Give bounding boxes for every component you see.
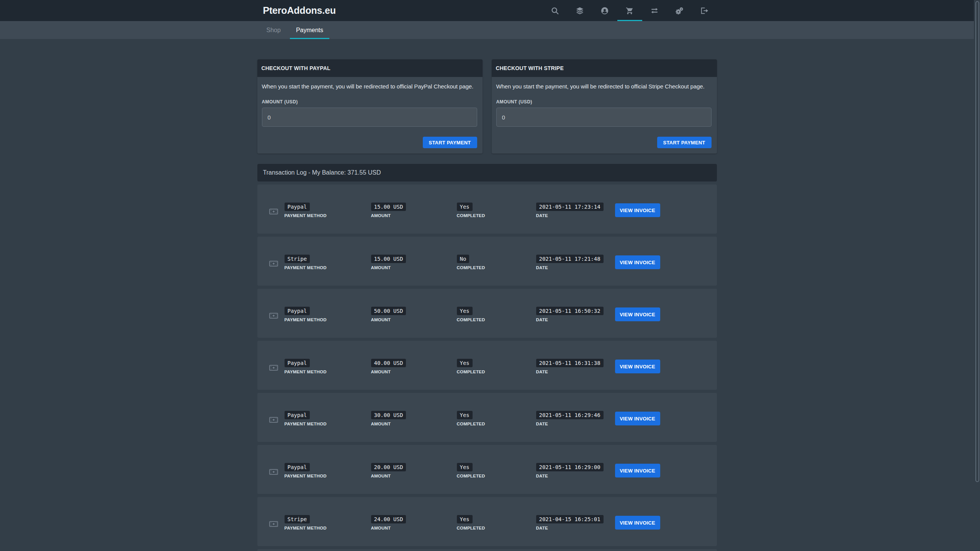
payment-method-value: Paypal bbox=[285, 307, 310, 315]
money-bill-icon bbox=[269, 257, 285, 268]
transaction-list: Paypal PAYMENT METHOD 15.00 USD AMOUNT Y… bbox=[257, 185, 717, 551]
shop-cart-button[interactable] bbox=[617, 0, 642, 21]
view-invoice-button[interactable]: VIEW INVOICE bbox=[615, 360, 660, 373]
amount-label: AMOUNT bbox=[371, 422, 457, 426]
date-value: 2021-05-11 16:31:38 bbox=[536, 359, 604, 367]
payment-method-value: Paypal bbox=[285, 359, 310, 367]
transaction-row-partial bbox=[257, 549, 717, 551]
completed-label: COMPLETED bbox=[457, 317, 536, 322]
payment-method-value: Paypal bbox=[285, 463, 310, 471]
completed-value: Yes bbox=[457, 307, 473, 315]
date-label: DATE bbox=[536, 213, 615, 218]
transaction-row: Stripe PAYMENT METHOD 15.00 USD AMOUNT N… bbox=[257, 237, 717, 286]
navbar: PteroAddons.eu bbox=[0, 0, 974, 21]
amount-label: AMOUNT bbox=[371, 370, 457, 374]
completed-label: COMPLETED bbox=[457, 526, 536, 530]
stripe-panel-title: CHECKOUT WITH STRIPE bbox=[492, 59, 717, 77]
transaction-row: Paypal PAYMENT METHOD 30.00 USD AMOUNT Y… bbox=[257, 393, 717, 442]
transaction-row: Paypal PAYMENT METHOD 40.00 USD AMOUNT Y… bbox=[257, 341, 717, 390]
amount-label: AMOUNT bbox=[371, 317, 457, 322]
date-label: DATE bbox=[536, 474, 615, 478]
stripe-checkout-panel: CHECKOUT WITH STRIPE When you start the … bbox=[492, 59, 717, 154]
search-icon bbox=[551, 7, 559, 15]
logout-button[interactable] bbox=[692, 0, 717, 21]
completed-label: COMPLETED bbox=[457, 474, 536, 478]
user-icon bbox=[600, 7, 609, 15]
completed-label: COMPLETED bbox=[457, 213, 536, 218]
transaction-row: Paypal PAYMENT METHOD 15.00 USD AMOUNT Y… bbox=[257, 185, 717, 234]
date-label: DATE bbox=[536, 370, 615, 374]
app: PteroAddons.eu bbox=[0, 0, 974, 551]
shopping-cart-icon bbox=[625, 7, 634, 15]
paypal-panel-title: CHECKOUT WITH PAYPAL bbox=[257, 59, 483, 77]
transaction-row: Stripe PAYMENT METHOD 24.00 USD AMOUNT Y… bbox=[257, 497, 717, 546]
search-button[interactable] bbox=[543, 0, 568, 21]
amount-value: 15.00 USD bbox=[371, 255, 406, 263]
payment-method-label: PAYMENT METHOD bbox=[285, 213, 371, 218]
paypal-start-payment-button[interactable]: START PAYMENT bbox=[423, 137, 477, 148]
subnav: Shop Payments bbox=[0, 21, 974, 39]
paypal-checkout-panel: CHECKOUT WITH PAYPAL When you start the … bbox=[257, 59, 483, 154]
layers-button[interactable] bbox=[568, 0, 592, 21]
exchange-icon bbox=[650, 7, 659, 15]
completed-label: COMPLETED bbox=[457, 265, 536, 270]
date-label: DATE bbox=[536, 526, 615, 530]
settings-button[interactable] bbox=[667, 0, 692, 21]
amount-label: AMOUNT bbox=[371, 526, 457, 530]
view-invoice-button[interactable]: VIEW INVOICE bbox=[615, 255, 660, 269]
gears-icon bbox=[675, 7, 684, 15]
main-content: CHECKOUT WITH PAYPAL When you start the … bbox=[257, 39, 717, 551]
amount-value: 20.00 USD bbox=[371, 463, 406, 471]
money-bill-icon bbox=[269, 413, 285, 424]
amount-value: 40.00 USD bbox=[371, 359, 406, 367]
amount-value: 30.00 USD bbox=[371, 411, 406, 419]
layers-icon bbox=[576, 7, 584, 15]
transaction-log-title: Transaction Log - My Balance: 371.55 USD bbox=[257, 164, 717, 181]
transaction-row: Paypal PAYMENT METHOD 20.00 USD AMOUNT Y… bbox=[257, 445, 717, 494]
stripe-amount-label: AMOUNT (USD) bbox=[496, 99, 712, 105]
date-label: DATE bbox=[536, 317, 615, 322]
amount-value: 15.00 USD bbox=[371, 203, 406, 211]
account-button[interactable] bbox=[592, 0, 617, 21]
amount-label: AMOUNT bbox=[371, 474, 457, 478]
scrollbar-thumb[interactable] bbox=[975, 1, 979, 482]
date-label: DATE bbox=[536, 422, 615, 426]
payment-method-label: PAYMENT METHOD bbox=[285, 317, 371, 322]
completed-label: COMPLETED bbox=[457, 422, 536, 426]
payment-method-label: PAYMENT METHOD bbox=[285, 526, 371, 530]
paypal-amount-input[interactable] bbox=[262, 108, 477, 127]
completed-value: Yes bbox=[457, 359, 473, 367]
paypal-description: When you start the payment, you will be … bbox=[262, 83, 477, 90]
completed-value: No bbox=[457, 255, 470, 263]
navbar-icons bbox=[543, 0, 717, 21]
date-value: 2021-05-11 16:50:32 bbox=[536, 307, 604, 315]
payment-method-value: Paypal bbox=[285, 203, 310, 211]
payment-method-value: Stripe bbox=[285, 515, 310, 523]
amount-label: AMOUNT bbox=[371, 213, 457, 218]
payment-method-label: PAYMENT METHOD bbox=[285, 370, 371, 374]
paypal-amount-label: AMOUNT (USD) bbox=[262, 99, 477, 105]
transfer-button[interactable] bbox=[642, 0, 667, 21]
money-bill-icon bbox=[269, 205, 285, 216]
sign-out-icon bbox=[700, 7, 708, 15]
view-invoice-button[interactable]: VIEW INVOICE bbox=[615, 464, 660, 477]
view-invoice-button[interactable]: VIEW INVOICE bbox=[615, 516, 660, 530]
date-value: 2021-05-11 16:29:00 bbox=[536, 463, 604, 471]
money-bill-icon bbox=[269, 465, 285, 476]
tab-payments[interactable]: Payments bbox=[290, 21, 329, 39]
payment-method-value: Stripe bbox=[285, 255, 310, 263]
stripe-amount-input[interactable] bbox=[496, 108, 712, 127]
money-bill-icon bbox=[269, 309, 285, 320]
payment-method-label: PAYMENT METHOD bbox=[285, 265, 371, 270]
view-invoice-button[interactable]: VIEW INVOICE bbox=[615, 307, 660, 321]
completed-label: COMPLETED bbox=[457, 370, 536, 374]
completed-value: Yes bbox=[457, 203, 473, 211]
amount-value: 24.00 USD bbox=[371, 515, 406, 523]
money-bill-icon bbox=[269, 517, 285, 528]
stripe-start-payment-button[interactable]: START PAYMENT bbox=[657, 137, 712, 148]
tab-shop[interactable]: Shop bbox=[260, 21, 287, 39]
payment-method-value: Paypal bbox=[285, 411, 310, 419]
payment-method-label: PAYMENT METHOD bbox=[285, 422, 371, 426]
view-invoice-button[interactable]: VIEW INVOICE bbox=[615, 412, 660, 425]
view-invoice-button[interactable]: VIEW INVOICE bbox=[615, 203, 660, 217]
